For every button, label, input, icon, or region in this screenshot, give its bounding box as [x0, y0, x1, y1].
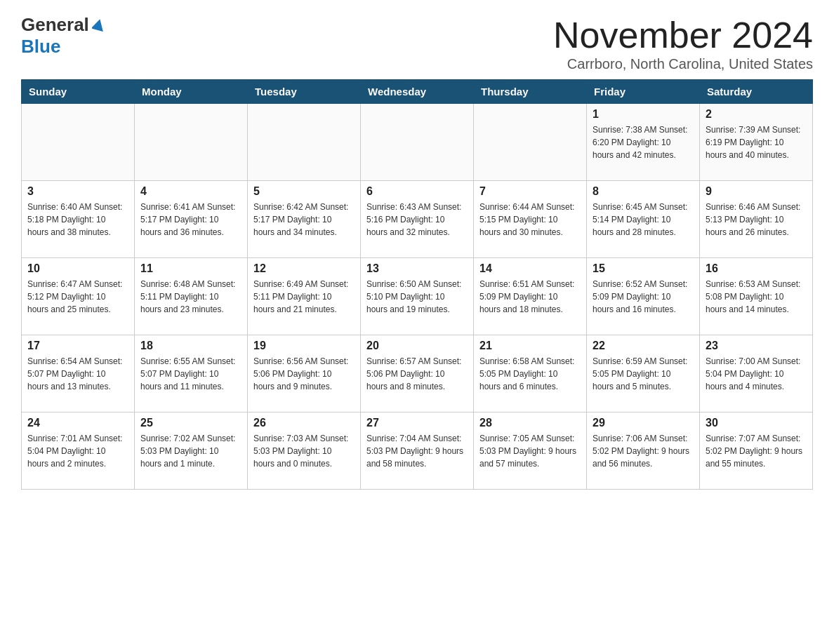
day-number: 13 — [366, 262, 468, 275]
table-row — [135, 104, 248, 181]
day-info: Sunrise: 6:52 AM Sunset: 5:09 PM Dayligh… — [593, 278, 694, 316]
day-number: 22 — [593, 340, 694, 352]
day-info: Sunrise: 6:42 AM Sunset: 5:17 PM Dayligh… — [253, 201, 355, 239]
header-saturday: Saturday — [700, 80, 813, 104]
day-info: Sunrise: 7:00 AM Sunset: 5:04 PM Dayligh… — [706, 355, 807, 393]
table-row: 3Sunrise: 6:40 AM Sunset: 5:18 PM Daylig… — [22, 181, 135, 258]
day-number: 17 — [27, 340, 128, 352]
table-row: 24Sunrise: 7:01 AM Sunset: 5:04 PM Dayli… — [22, 412, 135, 490]
day-number: 23 — [706, 340, 807, 352]
calendar-week-row: 24Sunrise: 7:01 AM Sunset: 5:04 PM Dayli… — [22, 412, 813, 490]
day-info: Sunrise: 6:47 AM Sunset: 5:12 PM Dayligh… — [27, 278, 128, 316]
day-number: 1 — [593, 108, 694, 121]
table-row: 8Sunrise: 6:45 AM Sunset: 5:14 PM Daylig… — [587, 181, 700, 258]
day-info: Sunrise: 6:43 AM Sunset: 5:16 PM Dayligh… — [366, 201, 468, 239]
day-number: 21 — [479, 340, 581, 352]
day-info: Sunrise: 6:44 AM Sunset: 5:15 PM Dayligh… — [479, 201, 581, 239]
day-number: 2 — [706, 108, 807, 121]
day-number: 11 — [140, 262, 241, 275]
day-info: Sunrise: 6:54 AM Sunset: 5:07 PM Dayligh… — [27, 355, 128, 393]
day-number: 27 — [366, 417, 468, 429]
table-row: 27Sunrise: 7:04 AM Sunset: 5:03 PM Dayli… — [361, 412, 474, 490]
day-number: 8 — [593, 185, 694, 198]
svg-marker-0 — [92, 19, 105, 32]
table-row: 21Sunrise: 6:58 AM Sunset: 5:05 PM Dayli… — [474, 335, 587, 412]
table-row: 7Sunrise: 6:44 AM Sunset: 5:15 PM Daylig… — [474, 181, 587, 258]
day-number: 4 — [140, 185, 241, 198]
header-tuesday: Tuesday — [248, 80, 361, 104]
day-info: Sunrise: 6:50 AM Sunset: 5:10 PM Dayligh… — [366, 278, 468, 316]
day-number: 14 — [479, 262, 581, 275]
day-info: Sunrise: 6:57 AM Sunset: 5:06 PM Dayligh… — [366, 355, 468, 393]
day-info: Sunrise: 7:38 AM Sunset: 6:20 PM Dayligh… — [593, 123, 694, 161]
day-number: 10 — [27, 262, 128, 275]
table-row: 18Sunrise: 6:55 AM Sunset: 5:07 PM Dayli… — [135, 335, 248, 412]
calendar-week-row: 1Sunrise: 7:38 AM Sunset: 6:20 PM Daylig… — [22, 104, 813, 181]
title-area: November 2024 Carrboro, North Carolina, … — [553, 14, 813, 72]
logo-general-text: General — [21, 14, 89, 36]
day-info: Sunrise: 6:40 AM Sunset: 5:18 PM Dayligh… — [27, 201, 128, 239]
day-number: 6 — [366, 185, 468, 198]
day-info: Sunrise: 6:59 AM Sunset: 5:05 PM Dayligh… — [593, 355, 694, 393]
header-monday: Monday — [135, 80, 248, 104]
calendar-week-row: 10Sunrise: 6:47 AM Sunset: 5:12 PM Dayli… — [22, 258, 813, 335]
day-info: Sunrise: 7:06 AM Sunset: 5:02 PM Dayligh… — [593, 432, 694, 470]
table-row: 30Sunrise: 7:07 AM Sunset: 5:02 PM Dayli… — [700, 412, 813, 490]
table-row: 25Sunrise: 7:02 AM Sunset: 5:03 PM Dayli… — [135, 412, 248, 490]
table-row: 22Sunrise: 6:59 AM Sunset: 5:05 PM Dayli… — [587, 335, 700, 412]
day-info: Sunrise: 7:04 AM Sunset: 5:03 PM Dayligh… — [366, 432, 468, 470]
table-row: 12Sunrise: 6:49 AM Sunset: 5:11 PM Dayli… — [248, 258, 361, 335]
day-number: 25 — [140, 417, 241, 429]
day-info: Sunrise: 7:02 AM Sunset: 5:03 PM Dayligh… — [140, 432, 241, 470]
day-number: 16 — [706, 262, 807, 275]
day-number: 15 — [593, 262, 694, 275]
table-row: 11Sunrise: 6:48 AM Sunset: 5:11 PM Dayli… — [135, 258, 248, 335]
logo-triangle-icon — [92, 19, 105, 34]
table-row: 26Sunrise: 7:03 AM Sunset: 5:03 PM Dayli… — [248, 412, 361, 490]
day-info: Sunrise: 6:53 AM Sunset: 5:08 PM Dayligh… — [706, 278, 807, 316]
day-number: 12 — [253, 262, 355, 275]
table-row: 6Sunrise: 6:43 AM Sunset: 5:16 PM Daylig… — [361, 181, 474, 258]
day-info: Sunrise: 6:56 AM Sunset: 5:06 PM Dayligh… — [253, 355, 355, 393]
table-row: 5Sunrise: 6:42 AM Sunset: 5:17 PM Daylig… — [248, 181, 361, 258]
table-row: 16Sunrise: 6:53 AM Sunset: 5:08 PM Dayli… — [700, 258, 813, 335]
table-row: 17Sunrise: 6:54 AM Sunset: 5:07 PM Dayli… — [22, 335, 135, 412]
day-info: Sunrise: 6:55 AM Sunset: 5:07 PM Dayligh… — [140, 355, 241, 393]
calendar-week-row: 3Sunrise: 6:40 AM Sunset: 5:18 PM Daylig… — [22, 181, 813, 258]
day-info: Sunrise: 7:39 AM Sunset: 6:19 PM Dayligh… — [706, 123, 807, 161]
table-row: 15Sunrise: 6:52 AM Sunset: 5:09 PM Dayli… — [587, 258, 700, 335]
day-info: Sunrise: 6:48 AM Sunset: 5:11 PM Dayligh… — [140, 278, 241, 316]
table-row: 9Sunrise: 6:46 AM Sunset: 5:13 PM Daylig… — [700, 181, 813, 258]
month-title: November 2024 — [553, 14, 813, 56]
table-row: 4Sunrise: 6:41 AM Sunset: 5:17 PM Daylig… — [135, 181, 248, 258]
day-number: 24 — [27, 417, 128, 429]
day-info: Sunrise: 6:41 AM Sunset: 5:17 PM Dayligh… — [140, 201, 241, 239]
table-row: 29Sunrise: 7:06 AM Sunset: 5:02 PM Dayli… — [587, 412, 700, 490]
table-row: 20Sunrise: 6:57 AM Sunset: 5:06 PM Dayli… — [361, 335, 474, 412]
table-row: 13Sunrise: 6:50 AM Sunset: 5:10 PM Dayli… — [361, 258, 474, 335]
header-friday: Friday — [587, 80, 700, 104]
logo-blue-text: Blue — [21, 36, 60, 57]
table-row — [474, 104, 587, 181]
day-number: 9 — [706, 185, 807, 198]
table-row: 2Sunrise: 7:39 AM Sunset: 6:19 PM Daylig… — [700, 104, 813, 181]
day-info: Sunrise: 7:05 AM Sunset: 5:03 PM Dayligh… — [479, 432, 581, 470]
calendar-table: Sunday Monday Tuesday Wednesday Thursday… — [21, 79, 813, 490]
day-info: Sunrise: 7:07 AM Sunset: 5:02 PM Dayligh… — [706, 432, 807, 470]
day-info: Sunrise: 6:58 AM Sunset: 5:05 PM Dayligh… — [479, 355, 581, 393]
day-number: 19 — [253, 340, 355, 352]
day-info: Sunrise: 6:51 AM Sunset: 5:09 PM Dayligh… — [479, 278, 581, 316]
table-row — [22, 104, 135, 181]
day-number: 18 — [140, 340, 241, 352]
location-subtitle: Carrboro, North Carolina, United States — [553, 56, 813, 72]
day-number: 3 — [27, 185, 128, 198]
day-info: Sunrise: 7:03 AM Sunset: 5:03 PM Dayligh… — [253, 432, 355, 470]
day-info: Sunrise: 6:45 AM Sunset: 5:14 PM Dayligh… — [593, 201, 694, 239]
table-row: 28Sunrise: 7:05 AM Sunset: 5:03 PM Dayli… — [474, 412, 587, 490]
day-number: 29 — [593, 417, 694, 429]
day-info: Sunrise: 6:49 AM Sunset: 5:11 PM Dayligh… — [253, 278, 355, 316]
day-number: 30 — [706, 417, 807, 429]
day-number: 7 — [479, 185, 581, 198]
table-row — [248, 104, 361, 181]
day-number: 20 — [366, 340, 468, 352]
